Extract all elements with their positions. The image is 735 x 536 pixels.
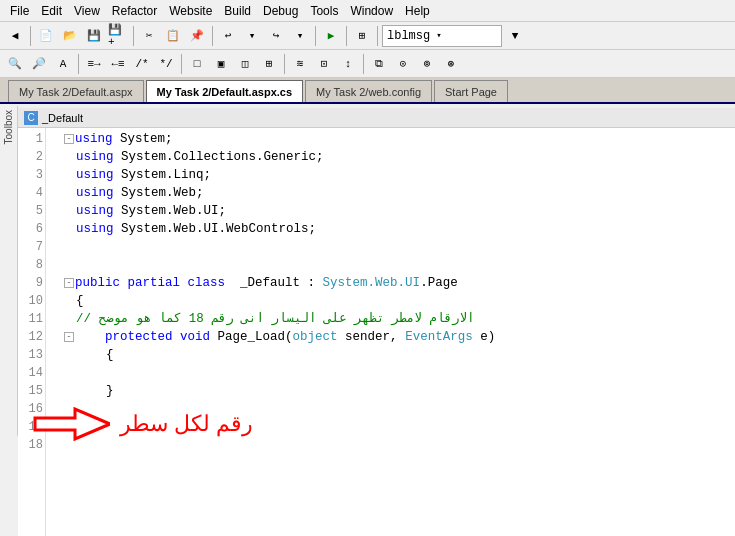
- code-line-2: using System.Collections.Generic;: [64, 148, 731, 166]
- code-line-12: - protected void Page_Load(object sender…: [64, 328, 731, 346]
- dropdown-label: lblmsg: [387, 29, 430, 43]
- tb2-clip3[interactable]: ⊚: [416, 53, 438, 75]
- undo-btn[interactable]: ↩: [217, 25, 239, 47]
- tb2-outdent[interactable]: ←≡: [107, 53, 129, 75]
- paste-btn[interactable]: 📌: [186, 25, 208, 47]
- copy-btn[interactable]: 📋: [162, 25, 184, 47]
- code-line-17: }: [64, 418, 731, 436]
- line-num-16: 16: [22, 400, 43, 418]
- line-num-18: 18: [22, 436, 43, 454]
- breadcrumb-text: _Default: [42, 112, 83, 124]
- line-num-12: 12: [22, 328, 43, 346]
- toolbox-strip: Toolbox: [0, 106, 18, 436]
- menu-debug[interactable]: Debug: [257, 2, 304, 20]
- sep2: [133, 26, 134, 46]
- redo-btn[interactable]: ↪: [265, 25, 287, 47]
- line-num-8: 8: [22, 256, 43, 274]
- tb2-box4[interactable]: ⊞: [258, 53, 280, 75]
- tb2-btn3[interactable]: A: [52, 53, 74, 75]
- code-line-6: using System.Web.UI.WebControls;: [64, 220, 731, 238]
- sep8: [181, 54, 182, 74]
- collapse-btn-1[interactable]: -: [64, 134, 74, 144]
- code-line-8: [64, 256, 731, 274]
- tb2-btn2[interactable]: 🔎: [28, 53, 50, 75]
- tb2-comment[interactable]: /*: [131, 53, 153, 75]
- toolbar-row-1: ◀ 📄 📂 💾 💾+ ✂ 📋 📌 ↩ ▾ ↪ ▾ ▶ ⊞ lblmsg ▾ ▼: [0, 22, 735, 50]
- code-line-4: using System.Web;: [64, 184, 731, 202]
- breadcrumb-bar: C _Default: [18, 108, 735, 128]
- tb2-indent[interactable]: ≡→: [83, 53, 105, 75]
- play-btn[interactable]: ▶: [320, 25, 342, 47]
- tb2-more3[interactable]: ↕: [337, 53, 359, 75]
- tb2-uncomment[interactable]: */: [155, 53, 177, 75]
- code-content[interactable]: -using System;using System.Collections.G…: [60, 128, 735, 536]
- line-numbers: 123456789101112131415161718: [18, 128, 46, 536]
- cut-btn[interactable]: ✂: [138, 25, 160, 47]
- tab-3[interactable]: Start Page: [434, 80, 508, 102]
- collapse-btn-9[interactable]: -: [64, 278, 74, 288]
- tb2-btn1[interactable]: 🔍: [4, 53, 26, 75]
- sep7: [78, 54, 79, 74]
- some-btn[interactable]: ⊞: [351, 25, 373, 47]
- back-btn[interactable]: ◀: [4, 25, 26, 47]
- menu-edit[interactable]: Edit: [35, 2, 68, 20]
- class-icon: C: [24, 111, 38, 125]
- sep5: [346, 26, 347, 46]
- tab-bar: My Task 2/Default.aspxMy Task 2/Default.…: [0, 78, 735, 104]
- dropdown-side-btn[interactable]: ▼: [504, 25, 526, 47]
- tb2-clip2[interactable]: ⊙: [392, 53, 414, 75]
- menu-view[interactable]: View: [68, 2, 106, 20]
- tb2-box3[interactable]: ◫: [234, 53, 256, 75]
- menu-tools[interactable]: Tools: [304, 2, 344, 20]
- new-file-btn[interactable]: 📄: [35, 25, 57, 47]
- line-num-1: 1: [22, 130, 43, 148]
- line-num-6: 6: [22, 220, 43, 238]
- save-all-btn[interactable]: 💾+: [107, 25, 129, 47]
- code-line-10: {: [64, 292, 731, 310]
- code-line-5: using System.Web.UI;: [64, 202, 731, 220]
- sep9: [284, 54, 285, 74]
- tb2-box1[interactable]: □: [186, 53, 208, 75]
- line-num-10: 10: [22, 292, 43, 310]
- sep3: [212, 26, 213, 46]
- save-btn[interactable]: 💾: [83, 25, 105, 47]
- sep4: [315, 26, 316, 46]
- tab-0[interactable]: My Task 2/Default.aspx: [8, 80, 144, 102]
- line-num-17: 17: [22, 418, 43, 436]
- menu-window[interactable]: Window: [344, 2, 399, 20]
- code-line-9: -public partial class _Default : System.…: [64, 274, 731, 292]
- code-line-7: [64, 238, 731, 256]
- code-line-18: [64, 436, 731, 454]
- tb2-clip4[interactable]: ⊛: [440, 53, 462, 75]
- tb2-clip1[interactable]: ⧉: [368, 53, 390, 75]
- code-line-15: }: [64, 382, 731, 400]
- tab-2[interactable]: My Task 2/web.config: [305, 80, 432, 102]
- menu-file[interactable]: File: [4, 2, 35, 20]
- tab-1[interactable]: My Task 2/Default.aspx.cs: [146, 80, 304, 102]
- code-line-1: -using System;: [64, 130, 731, 148]
- menu-refactor[interactable]: Refactor: [106, 2, 163, 20]
- line-num-15: 15: [22, 382, 43, 400]
- line-num-5: 5: [22, 202, 43, 220]
- menu-website[interactable]: Website: [163, 2, 218, 20]
- undo-drop-btn[interactable]: ▾: [241, 25, 263, 47]
- toolbox-label: Toolbox: [3, 110, 14, 144]
- code-line-13: {: [64, 346, 731, 364]
- editor-body: 123456789101112131415161718 -using Syste…: [18, 128, 735, 536]
- open-btn[interactable]: 📂: [59, 25, 81, 47]
- line-num-11: 11: [22, 310, 43, 328]
- control-dropdown[interactable]: lblmsg ▾: [382, 25, 502, 47]
- collapse-btn-12[interactable]: -: [64, 332, 74, 342]
- code-line-11: // الارقام لامطر تظهر على اليسار انى رقم…: [64, 310, 731, 328]
- collapse-col: [46, 128, 60, 536]
- menu-build[interactable]: Build: [218, 2, 257, 20]
- tb2-more2[interactable]: ⊡: [313, 53, 335, 75]
- code-line-3: using System.Linq;: [64, 166, 731, 184]
- menu-help[interactable]: Help: [399, 2, 436, 20]
- line-num-9: 9: [22, 274, 43, 292]
- tb2-box2[interactable]: ▣: [210, 53, 232, 75]
- tb2-more1[interactable]: ≋: [289, 53, 311, 75]
- line-num-13: 13: [22, 346, 43, 364]
- redo-drop-btn[interactable]: ▾: [289, 25, 311, 47]
- toolbar-row-2: 🔍 🔎 A ≡→ ←≡ /* */ □ ▣ ◫ ⊞ ≋ ⊡ ↕ ⧉ ⊙ ⊚ ⊛: [0, 50, 735, 78]
